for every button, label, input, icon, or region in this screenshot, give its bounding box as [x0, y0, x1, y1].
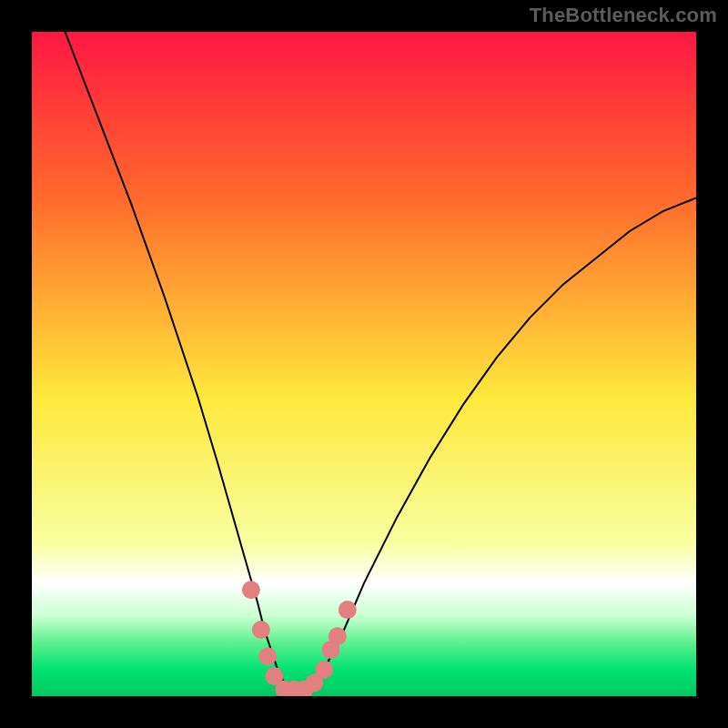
marker-point — [339, 601, 357, 619]
chart-plot-area — [32, 32, 696, 696]
chart-svg — [32, 32, 696, 696]
marker-point — [242, 581, 260, 599]
chart-background-gradient — [32, 32, 696, 696]
watermark-text: TheBottleneck.com — [530, 4, 717, 27]
marker-point — [315, 661, 333, 679]
marker-point — [329, 627, 347, 645]
marker-point — [258, 647, 277, 665]
marker-point — [252, 621, 270, 639]
